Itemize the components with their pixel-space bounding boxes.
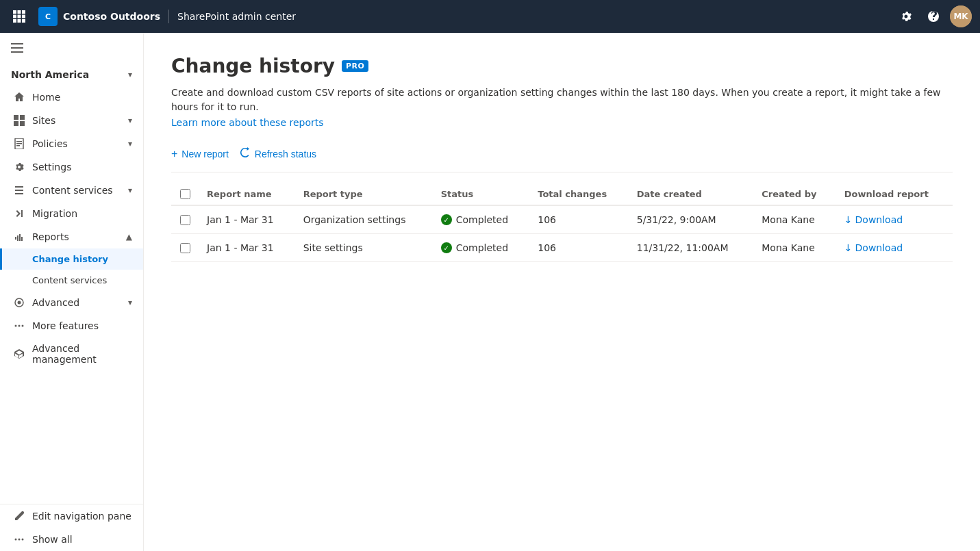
sidebar-item-sites[interactable]: Sites ▾ [0, 109, 143, 132]
sidebar-item-settings[interactable]: Settings [0, 155, 143, 179]
col-header-total-changes: Total changes [529, 183, 628, 205]
sidebar-toggle-button[interactable] [0, 33, 143, 64]
app-name: SharePoint admin center [177, 11, 296, 22]
sidebar-item-content-services-sub[interactable]: Content services [0, 270, 143, 291]
svg-point-31 [22, 539, 24, 541]
topbar: C Contoso Outdoors SharePoint admin cent… [0, 0, 980, 33]
sidebar-bottom: Edit navigation pane Show all [0, 504, 143, 551]
sidebar-item-more-features[interactable]: More features [0, 314, 143, 337]
advanced-chevron-icon: ▾ [128, 298, 132, 307]
col-header-download-report: Download report [836, 183, 953, 205]
svg-rect-2 [22, 10, 25, 14]
sidebar-item-home[interactable]: Home [0, 86, 143, 109]
svg-text:C: C [45, 12, 51, 21]
status-text-0: Completed [456, 214, 508, 225]
download-link-1[interactable]: ↓ Download [844, 242, 944, 253]
edit-navigation-label: Edit navigation pane [32, 511, 131, 522]
row-date-created-0: 5/31/22, 9:00AM [629, 205, 754, 234]
advanced-management-icon [13, 348, 25, 360]
app-logo: C Contoso Outdoors [38, 7, 160, 26]
sidebar-item-label-advanced-management: Advanced management [32, 343, 132, 365]
sidebar-item-advanced-management[interactable]: Advanced management [0, 337, 143, 370]
download-icon-1: ↓ [844, 242, 853, 253]
svg-rect-15 [11, 51, 23, 53]
sidebar-item-edit-navigation[interactable]: Edit navigation pane [0, 504, 143, 528]
content-services-chevron-icon: ▾ [128, 185, 132, 195]
learn-more-link[interactable]: Learn more about these reports [171, 117, 324, 128]
page-title: Change history [171, 55, 335, 77]
svg-text:MK: MK [953, 12, 968, 21]
pro-badge: PRO [342, 60, 368, 72]
svg-point-30 [18, 539, 21, 541]
col-header-report-type: Report type [295, 183, 433, 205]
svg-point-28 [22, 325, 24, 327]
svg-rect-8 [22, 19, 25, 23]
status-dot-0 [441, 214, 452, 225]
table-row: Jan 1 - Mar 31 Site settings Completed 1… [171, 234, 953, 262]
content-services-icon [13, 184, 25, 196]
sidebar-region[interactable]: North America ▾ [0, 64, 143, 86]
sidebar-item-content-services[interactable]: Content services ▾ [0, 179, 143, 202]
content-area: Change history PRO Create and download c… [144, 33, 980, 551]
sidebar-item-migration[interactable]: Migration [0, 202, 143, 225]
migration-icon [13, 207, 25, 220]
row-checkbox-1[interactable] [180, 243, 190, 253]
topbar-right: MK [895, 5, 972, 27]
row-checkbox-cell [171, 234, 199, 262]
row-checkbox-0[interactable] [180, 215, 190, 225]
sidebar-item-policies[interactable]: Policies ▾ [0, 132, 143, 155]
sites-chevron-icon: ▾ [128, 116, 132, 125]
row-total-changes-1: 106 [529, 234, 628, 262]
settings-nav-icon [13, 161, 25, 173]
refresh-icon [240, 147, 251, 161]
status-dot-1 [441, 242, 452, 253]
page-description: Create and download custom CSV reports o… [171, 86, 953, 114]
svg-rect-7 [18, 19, 21, 23]
row-total-changes-0: 106 [529, 205, 628, 234]
refresh-status-button[interactable]: Refresh status [240, 144, 316, 164]
svg-rect-17 [20, 115, 25, 120]
new-report-button[interactable]: + New report [171, 145, 229, 163]
user-avatar[interactable]: MK [950, 5, 972, 27]
sidebar-item-label-more-features: More features [32, 320, 99, 331]
sidebar-item-reports[interactable]: Reports ▲ [0, 225, 143, 248]
svg-rect-14 [11, 47, 23, 49]
reports-icon [13, 231, 25, 243]
show-all-label: Show all [32, 534, 73, 545]
home-icon [13, 91, 25, 103]
region-chevron-icon: ▾ [128, 70, 132, 79]
download-icon-0: ↓ [844, 214, 853, 225]
svg-point-26 [15, 325, 17, 327]
row-report-type-0: Organization settings [295, 205, 433, 234]
sidebar: North America ▾ Home Sites ▾ [0, 33, 144, 551]
row-report-type-1: Site settings [295, 234, 433, 262]
settings-button[interactable] [895, 5, 917, 27]
sidebar-item-advanced[interactable]: Advanced ▾ [0, 291, 143, 314]
sidebar-item-label-policies: Policies [32, 138, 68, 149]
logo-icon: C [38, 7, 58, 26]
svg-rect-0 [13, 10, 16, 14]
sidebar-item-label-content-services: Content services [32, 185, 113, 196]
row-date-created-1: 11/31/22, 11:00AM [629, 234, 754, 262]
sidebar-item-show-all[interactable]: Show all [0, 528, 143, 551]
sidebar-item-label-content-services-sub: Content services [32, 275, 107, 285]
col-header-status: Status [433, 183, 530, 205]
select-all-checkbox[interactable] [180, 189, 190, 199]
show-all-icon [13, 533, 25, 546]
sidebar-item-label-sites: Sites [32, 115, 55, 126]
help-button[interactable] [922, 5, 944, 27]
sidebar-item-label-migration: Migration [32, 208, 77, 219]
sidebar-item-label-settings: Settings [32, 162, 71, 172]
new-report-icon: + [171, 148, 177, 160]
policies-icon [13, 138, 25, 150]
svg-rect-13 [11, 43, 23, 44]
sidebar-item-change-history[interactable]: Change history [0, 248, 143, 270]
svg-rect-18 [14, 121, 18, 126]
table-row: Jan 1 - Mar 31 Organization settings Com… [171, 205, 953, 234]
row-report-name-0: Jan 1 - Mar 31 [199, 205, 295, 234]
company-name: Contoso Outdoors [63, 11, 160, 22]
download-link-0[interactable]: ↓ Download [844, 214, 944, 225]
row-status-1: Completed [433, 234, 530, 262]
more-features-icon [13, 320, 25, 332]
waffle-button[interactable] [8, 5, 30, 27]
